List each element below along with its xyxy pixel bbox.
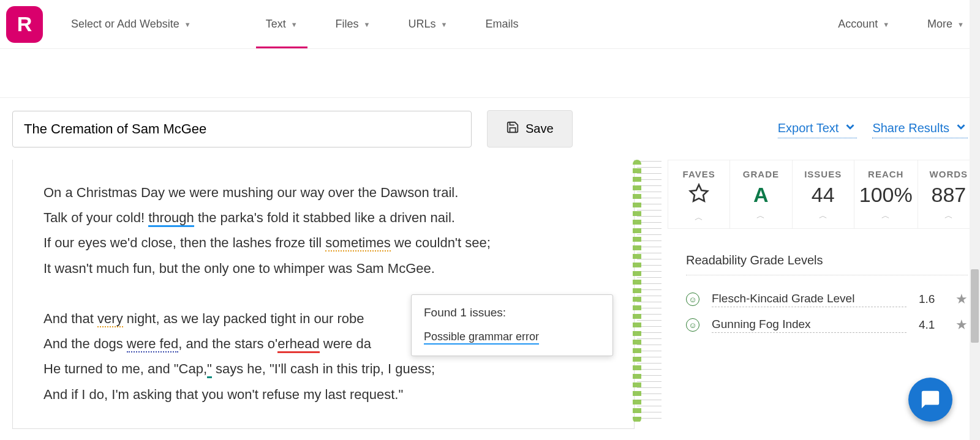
- caret-down-icon: ▼: [364, 21, 371, 28]
- topbar: R Select or Add Website ▼ Text ▼ Files ▼…: [0, 0, 980, 49]
- nav-text-label: Text: [266, 18, 286, 31]
- toolbar: Save Export Text Share Results: [0, 98, 980, 160]
- nav-urls-label: URLs: [408, 18, 435, 31]
- scrollbar-vertical[interactable]: [970, 0, 980, 429]
- line: Talk of your cold! through the parka's f…: [43, 207, 603, 228]
- editor-minimap[interactable]: [637, 160, 662, 423]
- grade-row: ☺ Flesch-Kincaid Grade Level 1.6 ★: [686, 286, 968, 312]
- editor[interactable]: On a Christmas Day we were mushing our w…: [12, 160, 635, 429]
- nav-more[interactable]: More ▼: [918, 1, 974, 48]
- metric-faves[interactable]: FAVES ︿: [668, 160, 730, 228]
- chat-icon: [920, 389, 941, 410]
- nav-emails-label: Emails: [485, 18, 518, 31]
- tooltip-title: Found 1 issues:: [424, 306, 600, 319]
- scrollbar-thumb[interactable]: [971, 269, 979, 343]
- nav-files[interactable]: Files ▼: [326, 1, 380, 48]
- page-top-spacer: [0, 49, 980, 98]
- save-icon: [506, 121, 519, 137]
- sidebar: FAVES ︿ GRADE A ︿ ISSUES 44 ︿ REACH 100%…: [662, 160, 980, 338]
- brand-logo: R: [6, 6, 43, 43]
- site-selector[interactable]: Select or Add Website ▼: [61, 1, 201, 48]
- line: He turned to me, and "Cap," says he, "I'…: [43, 358, 603, 379]
- metric-grade[interactable]: GRADE A ︿: [730, 160, 792, 228]
- metrics-bar: FAVES ︿ GRADE A ︿ ISSUES 44 ︿ REACH 100%…: [668, 160, 980, 229]
- caret-down-icon: ▼: [184, 21, 191, 28]
- nav-emails[interactable]: Emails: [475, 1, 528, 48]
- chevron-up-icon: ︿: [797, 211, 849, 222]
- chevron-down-icon: [954, 120, 968, 136]
- metric-label: ISSUES: [797, 169, 849, 179]
- main-row: On a Christmas Day we were mushing our w…: [0, 160, 980, 429]
- chevron-down-icon: [843, 120, 857, 136]
- chevron-up-icon: ︿: [673, 212, 725, 223]
- nav-account[interactable]: Account ▼: [828, 1, 899, 48]
- metric-value: 100%: [859, 183, 913, 207]
- issue-highlight[interactable]: erhead: [277, 336, 320, 353]
- issue-tooltip: Found 1 issues: Possible grammar error: [411, 294, 613, 356]
- smile-icon: ☺: [686, 318, 699, 332]
- grade-value: 1.6: [919, 293, 943, 306]
- metric-value: 44: [797, 183, 849, 207]
- metric-value: 887: [923, 183, 974, 207]
- share-results-label: Share Results: [872, 121, 949, 135]
- export-text-label: Export Text: [778, 121, 839, 135]
- caret-down-icon: ▼: [440, 21, 447, 28]
- chevron-up-icon: ︿: [859, 211, 913, 222]
- chevron-up-icon: ︿: [923, 211, 974, 222]
- metric-issues[interactable]: ISSUES 44 ︿: [793, 160, 854, 228]
- export-text-dropdown[interactable]: Export Text: [778, 120, 858, 138]
- metric-label: GRADE: [735, 169, 786, 179]
- nav-text[interactable]: Text ▼: [256, 1, 307, 48]
- issue-highlight[interactable]: ": [207, 361, 212, 378]
- grade-row: ☺ Gunning Fog Index 4.1 ★: [686, 312, 968, 338]
- site-selector-label: Select or Add Website: [71, 18, 179, 31]
- panel-heading: Readability Grade Levels: [686, 253, 968, 275]
- grade-name[interactable]: Flesch-Kincaid Grade Level: [712, 292, 907, 307]
- tooltip-body[interactable]: Possible grammar error: [424, 330, 539, 345]
- faves-star[interactable]: [673, 183, 725, 209]
- metric-label: FAVES: [673, 169, 725, 179]
- line: On a Christmas Day we were mushing our w…: [43, 182, 603, 203]
- line: It wasn't much fun, but the only one to …: [43, 258, 603, 279]
- issue-highlight[interactable]: through: [148, 210, 194, 227]
- caret-down-icon: ▼: [291, 21, 298, 28]
- star-outline-icon: [688, 183, 709, 204]
- grade-value: 4.1: [919, 318, 943, 332]
- share-results-dropdown[interactable]: Share Results: [872, 120, 968, 138]
- svg-marker-0: [690, 185, 707, 201]
- readability-panel: Readability Grade Levels ☺ Flesch-Kincai…: [674, 241, 980, 338]
- nav-urls[interactable]: URLs ▼: [398, 1, 457, 48]
- save-button-label: Save: [526, 122, 554, 136]
- line: And if I do, I'm asking that you won't r…: [43, 384, 603, 405]
- star-icon[interactable]: ★: [956, 291, 968, 307]
- line: If our eyes we'd close, then the lashes …: [43, 232, 603, 253]
- nav-files-label: Files: [336, 18, 359, 31]
- save-button[interactable]: Save: [487, 110, 573, 147]
- nav-account-label: Account: [838, 18, 878, 31]
- chevron-up-icon: ︿: [735, 211, 786, 222]
- issue-highlight[interactable]: very: [97, 311, 123, 327]
- metric-value: A: [735, 183, 786, 207]
- metric-label: WORDS: [923, 169, 974, 179]
- chat-fab[interactable]: [908, 378, 952, 422]
- grade-name[interactable]: Gunning Fog Index: [712, 318, 907, 333]
- title-input[interactable]: [12, 111, 472, 147]
- star-icon[interactable]: ★: [956, 317, 968, 333]
- caret-down-icon: ▼: [883, 21, 889, 28]
- issue-highlight[interactable]: were fed: [127, 336, 178, 352]
- metric-reach[interactable]: REACH 100% ︿: [854, 160, 918, 228]
- issue-highlight[interactable]: sometimes: [325, 235, 390, 252]
- smile-icon: ☺: [686, 293, 699, 306]
- caret-down-icon: ▼: [957, 21, 964, 28]
- metric-label: REACH: [859, 169, 913, 179]
- nav-more-label: More: [927, 18, 952, 31]
